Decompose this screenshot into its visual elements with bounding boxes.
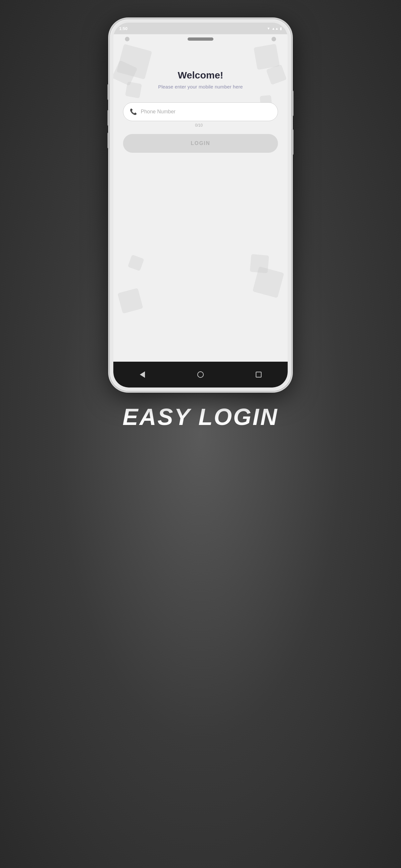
bg-square-9: [127, 254, 144, 271]
camera-area: [113, 34, 288, 44]
recents-button[interactable]: [252, 368, 265, 381]
app-banner: EASY LOGIN: [123, 404, 279, 430]
phone-placeholder: Phone Number: [141, 109, 176, 115]
bg-square-7: [250, 254, 269, 274]
login-form: Welcome! Please enter your mobile number…: [113, 44, 288, 162]
phone-input-wrapper: 📞 Phone Number: [123, 102, 278, 121]
phone-screen: 1:50 ▼ ▲▲ ▮: [113, 23, 288, 388]
bg-square-6: [252, 267, 284, 298]
bottom-nav-bar: [113, 362, 288, 388]
back-button[interactable]: [136, 368, 149, 381]
app-banner-text: EASY LOGIN: [123, 404, 279, 430]
signal-icon: ▲▲: [272, 27, 279, 30]
status-bar: 1:50 ▼ ▲▲ ▮: [113, 23, 288, 34]
battery-full-icon: ▮: [280, 27, 282, 31]
char-counter: 0/10: [195, 123, 206, 128]
status-icons: ▼ ▲▲ ▮: [267, 27, 282, 31]
login-button[interactable]: LOGIN: [123, 134, 278, 153]
welcome-title: Welcome!: [178, 70, 223, 81]
phone-icon: 📞: [130, 108, 137, 115]
camera-dot-left: [125, 37, 129, 41]
battery-icon: ▼: [267, 27, 270, 30]
home-button[interactable]: [194, 368, 207, 381]
login-button-label: LOGIN: [191, 141, 211, 146]
status-time: 1:50: [119, 26, 127, 31]
camera-dot-right: [272, 37, 276, 41]
welcome-subtitle: Please enter your mobile number here: [158, 84, 243, 89]
phone-input-field[interactable]: 📞 Phone Number: [123, 102, 278, 121]
speaker-notch: [188, 37, 213, 41]
phone-device: 1:50 ▼ ▲▲ ▮: [110, 20, 291, 391]
screen-content: Welcome! Please enter your mobile number…: [113, 44, 288, 360]
bg-square-8: [118, 288, 143, 314]
